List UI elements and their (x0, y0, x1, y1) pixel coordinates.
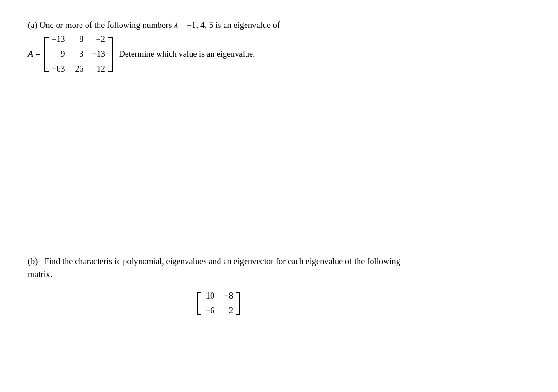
part-a-intro: One or more of the following numbers (40, 19, 172, 32)
matrix-a-grid: −13 8 −2 9 3 −13 −63 26 12 (52, 33, 105, 76)
matrix-b-grid: 10 −8 −6 2 (204, 290, 233, 318)
part-a-section: (a) One or more of the following numbers… (28, 19, 530, 75)
determine-text: Determine which value is an eigenvalue. (119, 49, 255, 59)
matrix-cell-1-2: −13 (92, 48, 105, 61)
matrix-cell-2-1: 26 (73, 63, 83, 76)
matrix-cell-1-0: 9 (52, 48, 65, 61)
left-bracket-icon (44, 37, 49, 72)
right-bracket-icon (108, 37, 113, 72)
part-b-label: (b) (28, 257, 38, 266)
matrix-a: −13 8 −2 9 3 −13 −63 26 12 (44, 33, 112, 76)
lambda-values: −1, 4, 5 (187, 19, 213, 32)
right-bracket-b-icon (236, 292, 240, 315)
matrix-b-center: 10 −8 −6 2 (28, 290, 409, 318)
part-a-header: (a) One or more of the following numbers… (28, 19, 530, 32)
matrix-b-cell-1-1: 2 (223, 305, 233, 318)
matrix-b: 10 −8 −6 2 (197, 290, 240, 318)
equals-sign: = (180, 19, 185, 32)
matrix-cell-0-0: −13 (52, 33, 65, 46)
matrix-cell-0-1: 8 (73, 33, 83, 46)
part-a-label: (a) (28, 19, 38, 32)
part-b-description: Find the characteristic polynomial, eige… (28, 257, 400, 279)
matrix-b-cell-0-0: 10 (204, 290, 214, 303)
is-eigenvalue-text: is an eigenvalue of (215, 19, 280, 32)
lambda-symbol: λ (174, 19, 178, 32)
matrix-label: A = (28, 49, 40, 59)
matrix-cell-2-0: −63 (52, 63, 65, 76)
matrix-cell-2-2: 12 (92, 63, 105, 76)
matrix-cell-0-2: −2 (92, 33, 105, 46)
matrix-b-cell-0-1: −8 (223, 290, 233, 303)
page: (a) One or more of the following numbers… (0, 0, 558, 392)
left-bracket-b-icon (197, 292, 201, 315)
matrix-b-cell-1-0: −6 (204, 305, 214, 318)
matrix-cell-1-1: 3 (73, 48, 83, 61)
part-b-section: (b) Find the characteristic polynomial, … (28, 255, 409, 318)
part-a-matrix-row: A = −13 8 −2 9 3 −13 −63 26 12 (28, 33, 530, 76)
part-b-text: (b) Find the characteristic polynomial, … (28, 255, 409, 282)
